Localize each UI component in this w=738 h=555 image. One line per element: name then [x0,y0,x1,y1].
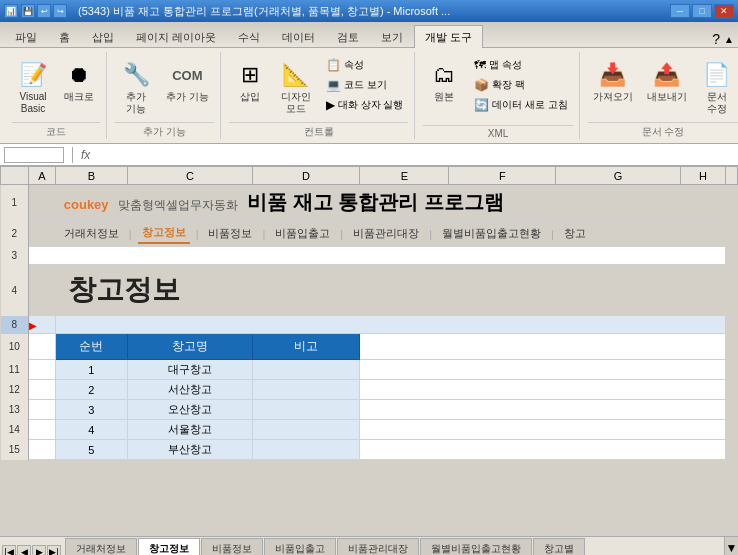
xml-source-button[interactable]: 🗂 원본 [423,56,465,106]
formula-input[interactable] [94,149,734,161]
redo-icon[interactable]: ↪ [53,4,67,18]
corner-cell [1,167,29,185]
col-header-e[interactable]: E [360,167,449,185]
cell-a4[interactable] [29,265,56,316]
table-row: 13 3 오산창고 [1,400,738,420]
tab-home[interactable]: 홈 [48,25,81,47]
tab-formula[interactable]: 수식 [227,25,271,47]
sheet-tab-warehouse[interactable]: 창고정보 [138,538,200,555]
col-header-g[interactable]: G [556,167,681,185]
cell-a14[interactable] [29,420,56,440]
col-header-b[interactable]: B [55,167,127,185]
cell-row13-rest[interactable] [360,400,726,420]
close-button[interactable]: ✕ [714,4,734,18]
name-box[interactable] [4,147,64,163]
minimize-ribbon-icon[interactable]: ▲ [724,34,734,45]
sheet-nav-next[interactable]: ▶ [32,545,46,555]
td-name-3[interactable]: 오산창고 [127,400,252,420]
td-name-5[interactable]: 부산창고 [127,440,252,460]
cell-a11[interactable] [29,360,56,380]
sheet-nav-prev[interactable]: ◀ [17,545,31,555]
addins-group-label: 추가 기능 [115,122,214,139]
col-header-c[interactable]: C [127,167,252,185]
save-quick-icon[interactable]: 💾 [21,4,35,18]
cell-row10-rest[interactable] [360,334,726,360]
td-note-1[interactable] [252,360,359,380]
cell-row8[interactable] [55,316,725,334]
tab-developer[interactable]: 개발 도구 [414,25,483,48]
view-code-button[interactable]: 💻 코드 보기 [321,76,409,94]
sheet-tab-inout[interactable]: 비품입출고 [264,538,336,555]
td-note-5[interactable] [252,440,359,460]
cell-a1[interactable] [29,185,56,221]
tab-review[interactable]: 검토 [326,25,370,47]
tab-page-layout[interactable]: 페이지 레이아웃 [125,25,227,47]
document-modify-button[interactable]: 📄 문서수정 [696,56,738,118]
tab-insert[interactable]: 삽입 [81,25,125,47]
refresh-data-button[interactable]: 🔄 데이터 새로 고침 [469,96,573,114]
td-name-4[interactable]: 서울창고 [127,420,252,440]
nav-item-transactions[interactable]: 거래처정보 [60,224,123,243]
design-mode-button[interactable]: 📐 디자인모드 [275,56,317,118]
cell-row15-rest[interactable] [360,440,726,460]
undo-icon[interactable]: ↩ [37,4,51,18]
col-header-h[interactable]: H [680,167,725,185]
import-button[interactable]: 📥 가져오기 [588,56,638,106]
nav-item-warehouse-sep[interactable]: 창고 [560,224,590,243]
sheet-nav-last[interactable]: ▶| [47,545,61,555]
sheet-tab-warehouse-detail[interactable]: 창고별 [533,538,585,555]
nav-item-monthly[interactable]: 월별비품입출고현황 [438,224,545,243]
cell-row3[interactable] [29,247,726,265]
macro-button[interactable]: ⏺ 매크로 [58,56,100,106]
com-addins-button[interactable]: COM 추가 기능 [161,56,214,106]
cell-a8[interactable]: ▶ [29,316,56,334]
cell-a10[interactable] [29,334,56,360]
col-header-a[interactable]: A [29,167,56,185]
td-note-3[interactable] [252,400,359,420]
tab-file[interactable]: 파일 [4,25,48,47]
col-header-d[interactable]: D [252,167,359,185]
run-dialog-button[interactable]: ▶ 대화 상자 실행 [321,96,409,114]
td-name-2[interactable]: 서산창고 [127,380,252,400]
cell-b1[interactable]: coukey 맞춤형엑셀업무자동화 비품 재고 통합관리 프로그램 [55,185,725,221]
insert-control-button[interactable]: ⊞ 삽입 [229,56,271,106]
cell-row11-rest[interactable] [360,360,726,380]
nav-item-ledger[interactable]: 비품관리대장 [349,224,423,243]
tab-view[interactable]: 보기 [370,25,414,47]
td-seq-1[interactable]: 1 [55,360,127,380]
cell-a15[interactable] [29,440,56,460]
cell-row12-rest[interactable] [360,380,726,400]
sheet-tab-monthly[interactable]: 월별비품입출고현황 [420,538,532,555]
export-button[interactable]: 📤 내보내기 [642,56,692,106]
td-seq-5[interactable]: 5 [55,440,127,460]
cell-a13[interactable] [29,400,56,420]
td-seq-4[interactable]: 4 [55,420,127,440]
sheet-tab-ledger[interactable]: 비품관리대장 [337,538,419,555]
td-seq-2[interactable]: 2 [55,380,127,400]
minimize-button[interactable]: ─ [670,4,690,18]
expansion-button[interactable]: 📦 확장 팩 [469,76,573,94]
nav-item-warehouse[interactable]: 창고정보 [138,223,190,244]
sheet-tab-transactions[interactable]: 거래처정보 [65,538,137,555]
td-name-1[interactable]: 대구창고 [127,360,252,380]
nav-item-items[interactable]: 비품정보 [204,224,256,243]
visual-basic-button[interactable]: 📝 VisualBasic [12,56,54,118]
sheet-nav-first[interactable]: |◀ [2,545,16,555]
sheet-tab-items[interactable]: 비품정보 [201,538,263,555]
td-note-4[interactable] [252,420,359,440]
properties-button[interactable]: 📋 속성 [321,56,409,74]
nav-item-inout[interactable]: 비품입출고 [271,224,334,243]
tab-data[interactable]: 데이터 [271,25,326,47]
col-header-f[interactable]: F [449,167,556,185]
td-note-2[interactable] [252,380,359,400]
cell-a2[interactable] [29,221,56,247]
ribbon-tabs: 파일 홈 삽입 페이지 레이아웃 수식 데이터 검토 보기 개발 도구 ? ▲ [0,22,738,48]
help-icon[interactable]: ? [712,31,720,47]
maximize-button[interactable]: □ [692,4,712,18]
sheet-scroll[interactable]: ▼ [724,537,738,555]
map-props-button[interactable]: 🗺 맵 속성 [469,56,573,74]
cell-a12[interactable] [29,380,56,400]
td-seq-3[interactable]: 3 [55,400,127,420]
addins-button[interactable]: 🔧 추가기능 [115,56,157,118]
cell-row14-rest[interactable] [360,420,726,440]
